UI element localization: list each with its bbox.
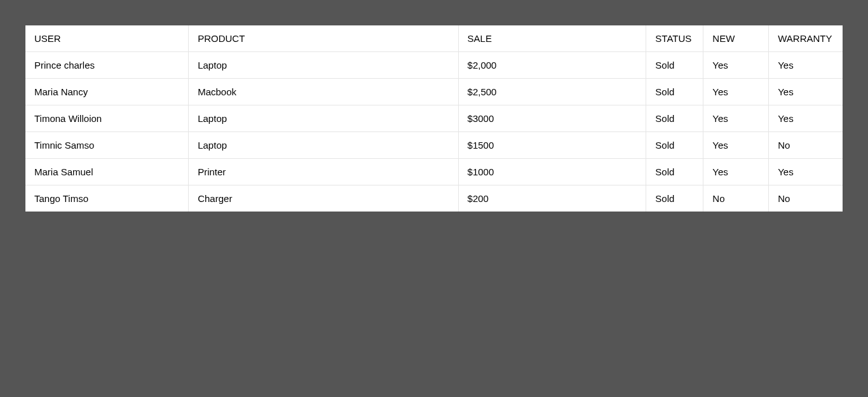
cell-new: Yes (703, 52, 769, 79)
table-body: Prince charles Laptop $2,000 Sold Yes Ye… (25, 52, 843, 212)
table-row: Maria Nancy Macbook $2,500 Sold Yes Yes (25, 79, 843, 105)
sales-table-container: USER PRODUCT SALE STATUS NEW WARRANTY Pr… (25, 25, 843, 212)
cell-product: Charger (189, 185, 458, 212)
cell-user: Timona Willoion (25, 105, 189, 132)
header-warranty: WARRANTY (769, 25, 843, 52)
cell-new: Yes (703, 159, 769, 185)
cell-user: Maria Nancy (25, 79, 189, 105)
cell-status: Sold (646, 159, 703, 185)
header-new: NEW (703, 25, 769, 52)
cell-status: Sold (646, 105, 703, 132)
cell-status: Sold (646, 132, 703, 159)
cell-new: Yes (703, 132, 769, 159)
cell-product: Printer (189, 159, 458, 185)
table-row: Prince charles Laptop $2,000 Sold Yes Ye… (25, 52, 843, 79)
cell-new: No (703, 185, 769, 212)
cell-new: Yes (703, 105, 769, 132)
cell-warranty: No (769, 132, 843, 159)
cell-sale: $2,500 (459, 79, 647, 105)
cell-sale: $200 (459, 185, 647, 212)
cell-user: Timnic Samso (25, 132, 189, 159)
cell-sale: $1500 (459, 132, 647, 159)
sales-table: USER PRODUCT SALE STATUS NEW WARRANTY Pr… (25, 25, 843, 212)
cell-warranty: Yes (769, 105, 843, 132)
cell-sale: $2,000 (459, 52, 647, 79)
table-row: Timona Willoion Laptop $3000 Sold Yes Ye… (25, 105, 843, 132)
cell-warranty: No (769, 185, 843, 212)
cell-user: Maria Samuel (25, 159, 189, 185)
cell-product: Laptop (189, 132, 458, 159)
table-row: Tango Timso Charger $200 Sold No No (25, 185, 843, 212)
cell-warranty: Yes (769, 52, 843, 79)
header-status: STATUS (646, 25, 703, 52)
table-row: Maria Samuel Printer $1000 Sold Yes Yes (25, 159, 843, 185)
header-sale: SALE (459, 25, 647, 52)
table-header-row: USER PRODUCT SALE STATUS NEW WARRANTY (25, 25, 843, 52)
cell-status: Sold (646, 185, 703, 212)
cell-sale: $3000 (459, 105, 647, 132)
cell-user: Prince charles (25, 52, 189, 79)
header-product: PRODUCT (189, 25, 458, 52)
cell-sale: $1000 (459, 159, 647, 185)
cell-warranty: Yes (769, 159, 843, 185)
cell-product: Laptop (189, 105, 458, 132)
cell-warranty: Yes (769, 79, 843, 105)
cell-product: Laptop (189, 52, 458, 79)
cell-new: Yes (703, 79, 769, 105)
cell-user: Tango Timso (25, 185, 189, 212)
cell-product: Macbook (189, 79, 458, 105)
cell-status: Sold (646, 52, 703, 79)
cell-status: Sold (646, 79, 703, 105)
header-user: USER (25, 25, 189, 52)
table-row: Timnic Samso Laptop $1500 Sold Yes No (25, 132, 843, 159)
